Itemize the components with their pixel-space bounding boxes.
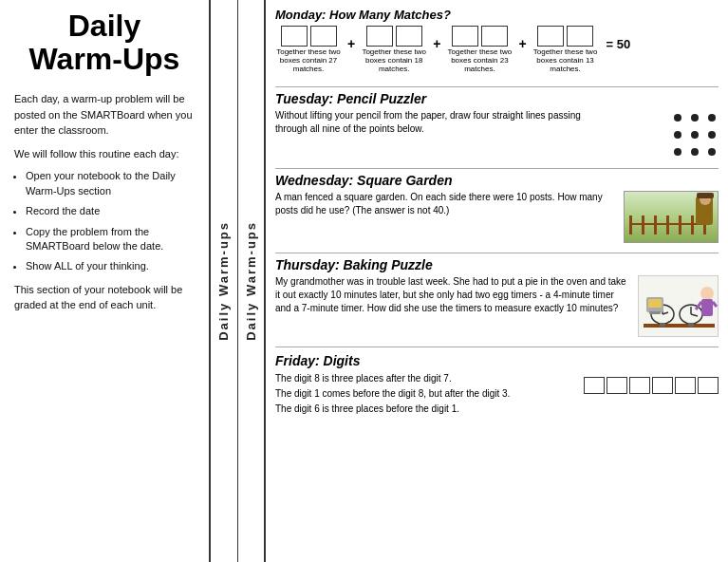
svg-rect-4 <box>660 323 665 327</box>
main-content: Monday: How Many Matches? Together these… <box>266 0 728 562</box>
friday-title: Friday: Digits <box>275 353 719 368</box>
match-label-3: Together these two boxes contain 23 matc… <box>446 47 513 73</box>
friday-statements: The digit 8 is three places after the di… <box>275 371 574 417</box>
dot-2 <box>691 114 699 122</box>
match-label-4: Together these two boxes contain 13 matc… <box>532 47 599 73</box>
match-box-4a <box>537 26 564 47</box>
farmer-hat <box>697 193 714 198</box>
bullet-3: Copy the problem from the SMARTBoard bel… <box>26 225 195 254</box>
spine-text-1: Daily Warm-ups <box>216 221 231 341</box>
spine-col-1: Daily Warm-ups <box>211 0 237 562</box>
divider-2 <box>275 168 719 169</box>
divider-1 <box>275 86 719 87</box>
match-boxes-2 <box>366 26 422 47</box>
spine-text-2: Daily Warm-ups <box>244 221 258 341</box>
title-block: Daily Warm-Ups <box>14 9 195 76</box>
wednesday-title: Wednesday: Square Garden <box>275 173 719 188</box>
fence-post-2 <box>642 215 644 234</box>
operator-3: + <box>518 36 526 63</box>
match-group-4: Together these two boxes contain 13 matc… <box>532 26 599 73</box>
svg-rect-15 <box>649 311 661 314</box>
svg-rect-10 <box>701 299 713 316</box>
fence-post-5 <box>679 215 681 234</box>
match-box-1b <box>310 26 337 47</box>
dots-grid <box>671 111 719 159</box>
match-boxes-1 <box>281 26 337 47</box>
bullet-4: Show ALL of your thinking. <box>26 259 195 273</box>
operator-1: + <box>347 36 355 63</box>
dot-3 <box>708 114 716 122</box>
left-panel: Daily Warm-Ups Each day, a warm-up probl… <box>0 0 209 562</box>
spine-col-2: Daily Warm-ups <box>238 0 265 562</box>
baking-image <box>638 275 719 337</box>
spine-area: Daily Warm-ups Daily Warm-ups <box>209 0 266 562</box>
thursday-title: Thursday: Baking Puzzle <box>275 257 719 272</box>
match-box-2a <box>366 26 393 47</box>
divider-4 <box>275 347 719 347</box>
match-group-2: Together these two boxes contain 18 matc… <box>361 26 427 73</box>
divider-3 <box>275 253 719 253</box>
match-boxes-4 <box>537 26 593 47</box>
digit-box-5 <box>675 377 696 394</box>
routine-text: We will follow this routine each day: <box>14 146 195 162</box>
svg-rect-0 <box>644 324 715 328</box>
digit-box-4 <box>652 377 673 394</box>
farmer-illustration <box>624 191 719 243</box>
match-boxes-3 <box>452 26 508 47</box>
operator-2: + <box>433 36 440 63</box>
dot-4 <box>674 131 681 139</box>
digits-boxes <box>584 377 719 394</box>
svg-line-12 <box>713 302 717 307</box>
dot-5 <box>691 131 699 139</box>
svg-line-7 <box>691 314 698 316</box>
baking-svg <box>639 276 719 337</box>
match-result: = 50 <box>607 37 631 63</box>
thursday-body: My grandmother was in trouble last week.… <box>275 275 719 337</box>
digit-box-1 <box>584 377 605 394</box>
wednesday-body: A man fenced a square garden. On each si… <box>275 191 719 243</box>
closing-text: This section of your notebook will be gr… <box>14 282 195 313</box>
tuesday-section: Tuesday: Pencil Puzzler Without lifting … <box>275 91 719 159</box>
match-box-1a <box>281 26 308 47</box>
dot-8 <box>691 148 699 156</box>
digit-box-2 <box>607 377 627 394</box>
dot-1 <box>674 114 681 122</box>
match-label-1: Together these two boxes contain 27 matc… <box>275 47 342 73</box>
tuesday-body: Without lifting your pencil from the pap… <box>275 109 719 159</box>
match-box-3b <box>481 26 508 47</box>
monday-title: Monday: How Many Matches? <box>275 8 719 22</box>
fence-post-4 <box>666 215 669 234</box>
bullet-list: Open your notebook to the Daily Warm-Ups… <box>26 169 195 273</box>
monday-section: Monday: How Many Matches? Together these… <box>275 8 719 75</box>
matches-diagram: Together these two boxes contain 27 matc… <box>275 26 719 73</box>
digit-box-6 <box>698 377 719 394</box>
svg-line-3 <box>663 312 668 314</box>
friday-line-1: The digit 8 is three places after the di… <box>275 371 574 386</box>
friday-body: The digit 8 is three places after the di… <box>275 371 719 417</box>
intro-text: Each day, a warm-up problem will be post… <box>14 91 195 139</box>
match-box-2b <box>396 26 422 47</box>
fence-post-3 <box>654 215 657 234</box>
tuesday-text: Without lifting your pencil from the pap… <box>275 109 598 136</box>
tuesday-title: Tuesday: Pencil Puzzler <box>275 91 719 106</box>
dot-7 <box>674 148 681 156</box>
bullet-1: Open your notebook to the Daily Warm-Ups… <box>26 169 195 198</box>
dot-9 <box>708 148 716 156</box>
thursday-text: My grandmother was in trouble last week.… <box>275 275 630 315</box>
left-instructions: Each day, a warm-up problem will be post… <box>14 91 195 320</box>
svg-rect-14 <box>648 299 662 308</box>
wednesday-section: Wednesday: Square Garden A man fenced a … <box>275 173 719 243</box>
svg-rect-8 <box>688 323 694 327</box>
svg-point-9 <box>700 287 714 300</box>
thursday-section: Thursday: Baking Puzzle My grandmother w… <box>275 257 719 337</box>
friday-line-3: The digit 6 is three places before the d… <box>275 402 574 417</box>
match-group-3: Together these two boxes contain 23 matc… <box>446 26 513 73</box>
fence-post-1 <box>629 215 632 234</box>
friday-line-2: The digit 1 comes before the digit 8, bu… <box>275 386 574 402</box>
match-box-4b <box>567 26 593 47</box>
match-box-3a <box>452 26 478 47</box>
main-title: Daily Warm-Ups <box>14 9 195 76</box>
digit-box-3 <box>629 377 650 394</box>
bullet-2: Record the date <box>26 204 195 218</box>
match-label-2: Together these two boxes contain 18 matc… <box>361 47 427 73</box>
